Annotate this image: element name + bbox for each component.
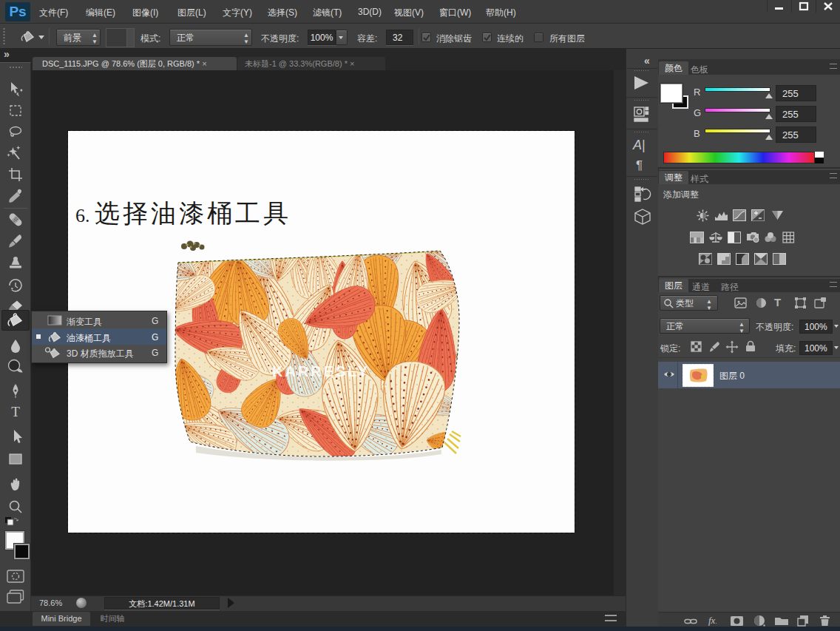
svg-text:KARRESLY: KARRESLY bbox=[272, 363, 370, 379]
